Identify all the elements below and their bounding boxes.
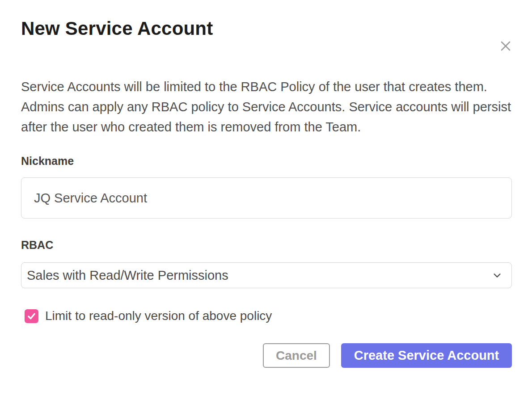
dialog-title: New Service Account bbox=[21, 17, 512, 40]
rbac-select[interactable]: Sales with Read/Write Permissions bbox=[21, 262, 512, 288]
new-service-account-dialog: New Service Account Service Accounts wil… bbox=[0, 17, 532, 404]
nickname-input[interactable] bbox=[21, 177, 512, 219]
limit-readonly-checkbox[interactable] bbox=[25, 309, 38, 323]
checkmark-icon bbox=[26, 311, 37, 321]
close-button[interactable] bbox=[498, 38, 513, 54]
close-icon bbox=[499, 39, 512, 53]
cancel-button[interactable]: Cancel bbox=[263, 343, 330, 368]
dialog-description: Service Accounts will be limited to the … bbox=[21, 77, 513, 137]
rbac-label: RBAC bbox=[21, 238, 512, 252]
nickname-label: Nickname bbox=[21, 154, 512, 168]
dialog-footer: Cancel Create Service Account bbox=[21, 343, 512, 368]
create-service-account-button[interactable]: Create Service Account bbox=[341, 343, 512, 368]
rbac-select-wrapper: Sales with Read/Write Permissions bbox=[21, 262, 512, 288]
limit-readonly-row: Limit to read-only version of above poli… bbox=[21, 309, 512, 323]
limit-readonly-label[interactable]: Limit to read-only version of above poli… bbox=[45, 309, 272, 323]
